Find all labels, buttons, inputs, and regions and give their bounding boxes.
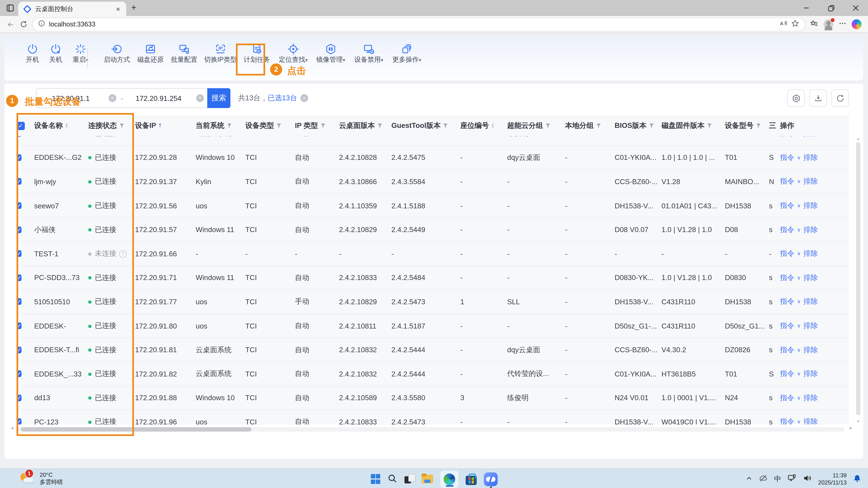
filter-icon[interactable]	[119, 122, 125, 130]
clear-ip-from-icon[interactable]: ×	[108, 94, 116, 102]
row-checkbox[interactable]: ✓	[17, 346, 22, 353]
window-minimize-button[interactable]	[794, 0, 818, 16]
command-link[interactable]: 指令	[780, 369, 794, 379]
search-button[interactable]: 搜索	[207, 88, 230, 108]
exclude-link[interactable]: 排除	[804, 201, 818, 211]
column-header-dev_type[interactable]: 设备类型	[245, 121, 295, 131]
chevron-down-icon[interactable]: ∨	[797, 251, 801, 256]
favorites-bar-icon[interactable]	[810, 19, 818, 30]
browser-tab[interactable]: 云桌面控制台 ×	[18, 2, 126, 16]
microsoft-store-icon[interactable]	[466, 476, 477, 485]
site-info-icon[interactable]	[38, 20, 45, 29]
column-header-local_group[interactable]: 本地分组	[565, 121, 615, 131]
column-header-super_group[interactable]: 超能云分组	[507, 121, 565, 131]
more-menu-icon[interactable]	[838, 19, 847, 29]
file-explorer-icon[interactable]	[422, 475, 433, 483]
row-checkbox[interactable]: ✓	[17, 419, 22, 424]
command-link[interactable]: 指令	[780, 273, 794, 283]
exclude-link[interactable]: 排除	[804, 417, 818, 424]
select-all-checkbox[interactable]: ✓	[17, 122, 25, 130]
column-header-ops[interactable]: 操作	[780, 121, 849, 131]
column-header-model[interactable]: 设备型号	[725, 121, 769, 131]
command-link[interactable]: 指令	[780, 393, 794, 403]
column-settings-button[interactable]	[787, 89, 805, 107]
window-close-button[interactable]	[843, 0, 868, 16]
profile-avatar[interactable]	[824, 19, 833, 29]
clear-ip-to-icon[interactable]: ×	[196, 94, 204, 102]
hscroll-right-icon[interactable]: ▸	[850, 426, 852, 430]
column-header-guest_ver[interactable]: GuestTool版本	[391, 121, 460, 131]
task-view-icon[interactable]	[404, 474, 414, 484]
weather-widget[interactable]: 1 20°C 多雲時晴	[20, 471, 63, 486]
exclude-link[interactable]: 排除	[804, 225, 818, 235]
column-header-name[interactable]: 设备名称▲▼	[34, 121, 88, 131]
command-link[interactable]: 指令	[780, 297, 794, 307]
chevron-down-icon[interactable]: ∨	[797, 323, 801, 329]
filter-icon[interactable]	[276, 122, 282, 130]
toolbar-item-device-disable[interactable]: 设备禁用▾	[349, 43, 388, 64]
toolbar-item-boot-mode[interactable]: 启动方式	[98, 43, 136, 64]
horizontal-scrollbar[interactable]	[16, 427, 844, 432]
command-link[interactable]: 指令	[780, 136, 794, 139]
ip-to-input[interactable]: 172.20.91.254	[124, 94, 193, 102]
hidden-icons-chevron-icon[interactable]	[746, 475, 753, 483]
selected-count-link[interactable]: 已选13台	[268, 93, 297, 103]
command-link[interactable]: 指令	[780, 249, 794, 259]
chevron-down-icon[interactable]: ∨	[797, 371, 801, 377]
chevron-down-icon[interactable]: ∨	[797, 395, 801, 400]
toolbar-item-locate[interactable]: 定位查找▾	[274, 43, 313, 64]
edge-browser-icon[interactable]	[440, 470, 459, 488]
filter-icon[interactable]	[443, 122, 448, 130]
toolbar-item-more-ops[interactable]: 更多操作▾	[388, 43, 426, 64]
window-restore-button[interactable]	[818, 0, 843, 16]
row-checkbox[interactable]: ✓	[17, 395, 22, 401]
exclude-link[interactable]: 排除	[804, 177, 818, 186]
chevron-down-icon[interactable]: ∨	[797, 299, 801, 304]
filter-icon[interactable]	[756, 122, 761, 130]
exclude-link[interactable]: 排除	[804, 249, 818, 259]
row-checkbox[interactable]: ✓	[17, 154, 22, 161]
command-link[interactable]: 指令	[780, 345, 794, 355]
row-checkbox[interactable]: ✓	[17, 202, 22, 209]
row-checkbox[interactable]: ✓	[17, 274, 22, 281]
volume-icon[interactable]	[803, 474, 812, 485]
vertical-scrollbar[interactable]: ▲ ▼	[856, 137, 861, 423]
exclude-link[interactable]: 排除	[804, 369, 818, 379]
chevron-down-icon[interactable]: ∨	[797, 155, 801, 160]
row-checkbox[interactable]: ✓	[17, 136, 22, 137]
row-checkbox[interactable]: ✓	[17, 178, 22, 185]
url-text[interactable]: localhost:33633	[49, 21, 775, 28]
column-header-status[interactable]: 连接状态	[88, 121, 135, 131]
network-icon[interactable]	[787, 474, 797, 485]
filter-icon[interactable]	[377, 122, 382, 130]
column-header-ip_type[interactable]: IP 类型	[295, 121, 339, 131]
column-header-seat[interactable]: 座位编号▲▼	[460, 121, 507, 131]
column-header-ip[interactable]: 设备IP▲▼	[135, 121, 196, 131]
hscroll-left-icon[interactable]: ◂	[11, 426, 13, 430]
column-header-serial[interactable]: 三	[769, 121, 780, 131]
exclude-link[interactable]: 排除	[804, 321, 818, 331]
toolbar-item-switch-ip[interactable]: IP 切换IP类型	[201, 43, 240, 64]
address-input[interactable]: localhost:33633 A	[33, 18, 805, 31]
command-link[interactable]: 指令	[780, 153, 794, 162]
exclude-link[interactable]: 排除	[804, 273, 818, 283]
favorite-star-icon[interactable]	[791, 19, 799, 29]
sort-icon[interactable]: ▲▼	[491, 123, 494, 128]
sort-icon[interactable]: ▲▼	[158, 123, 162, 128]
exclude-link[interactable]: 排除	[804, 393, 818, 403]
column-header-disk_fw[interactable]: 磁盘固件版本	[661, 121, 725, 131]
chevron-down-icon[interactable]: ∨	[797, 419, 801, 424]
row-checkbox[interactable]: ✓	[17, 250, 22, 257]
column-header-os[interactable]: 当前系统	[196, 121, 245, 131]
vertical-scrollbar-thumb[interactable]	[856, 142, 861, 415]
tab-close-icon[interactable]: ×	[114, 5, 122, 13]
clear-selection-icon[interactable]: ×	[301, 94, 308, 102]
horizontal-scrollbar-thumb[interactable]	[21, 427, 251, 432]
toolbar-item-batch-config[interactable]: 批量配置	[165, 43, 204, 64]
cloud-desktop-app-icon[interactable]	[484, 469, 498, 488]
copilot-icon[interactable]	[851, 19, 862, 29]
filter-icon[interactable]	[226, 122, 232, 130]
filter-icon[interactable]	[545, 122, 551, 130]
filter-icon[interactable]	[707, 122, 712, 130]
back-icon[interactable]	[7, 20, 15, 29]
